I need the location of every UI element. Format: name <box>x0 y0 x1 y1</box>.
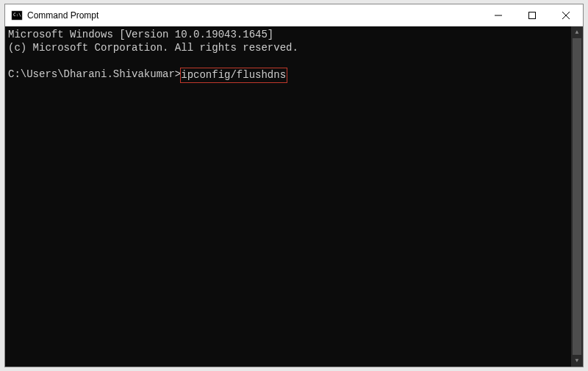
close-button[interactable] <box>549 4 583 26</box>
titlebar[interactable]: C:\ Command Prompt <box>5 4 583 26</box>
blank-line <box>8 54 580 68</box>
command-text: ipconfig/flushdns <box>180 68 287 83</box>
svg-text:C:\: C:\ <box>13 12 21 17</box>
scroll-down-arrow[interactable]: ▼ <box>571 355 583 367</box>
scrollbar-track[interactable] <box>571 38 583 355</box>
terminal-area[interactable]: Microsoft Windows [Version 10.0.19043.16… <box>5 26 583 367</box>
prompt-path: C:\Users\Dharani.Shivakumar> <box>8 68 181 83</box>
copyright-line: (c) Microsoft Corporation. All rights re… <box>8 41 580 54</box>
version-line: Microsoft Windows [Version 10.0.19043.16… <box>8 28 580 41</box>
scrollbar-thumb[interactable] <box>573 38 581 355</box>
prompt-line: C:\Users\Dharani.Shivakumar>ipconfig/flu… <box>8 68 580 83</box>
scroll-up-arrow[interactable]: ▲ <box>571 26 583 38</box>
vertical-scrollbar[interactable]: ▲ ▼ <box>571 26 583 367</box>
window-title: Command Prompt <box>27 10 481 21</box>
maximize-button[interactable] <box>515 4 549 26</box>
svg-rect-3 <box>529 12 536 18</box>
command-prompt-window: C:\ Command Prompt Microsoft Windows [Ve… <box>4 4 584 367</box>
minimize-button[interactable] <box>481 4 515 26</box>
window-controls <box>481 4 583 26</box>
cmd-icon: C:\ <box>11 10 23 21</box>
